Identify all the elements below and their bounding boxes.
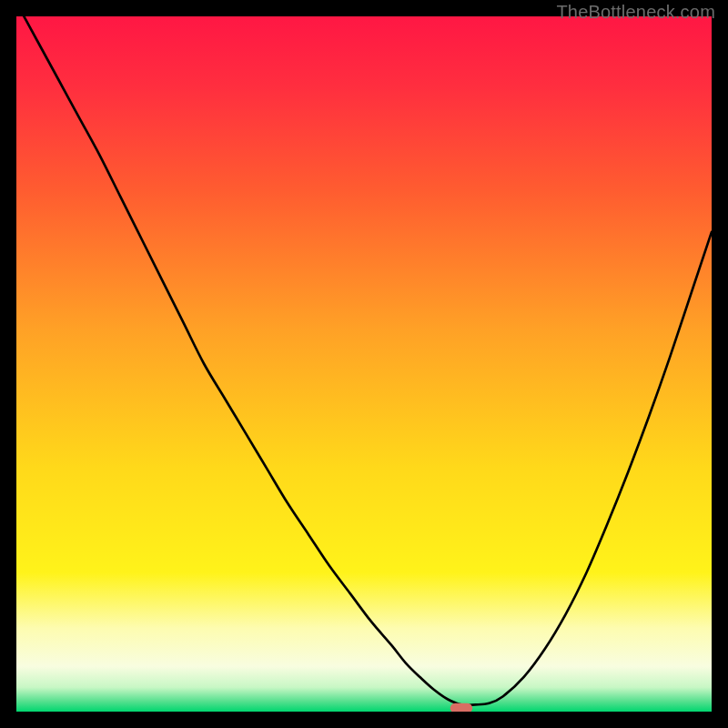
attribution-label: TheBottleneck.com bbox=[556, 2, 715, 23]
chart-frame: TheBottleneck.com bbox=[0, 0, 728, 728]
gradient-background bbox=[16, 16, 712, 712]
optimal-marker bbox=[450, 703, 472, 712]
bottleneck-chart bbox=[16, 16, 712, 712]
